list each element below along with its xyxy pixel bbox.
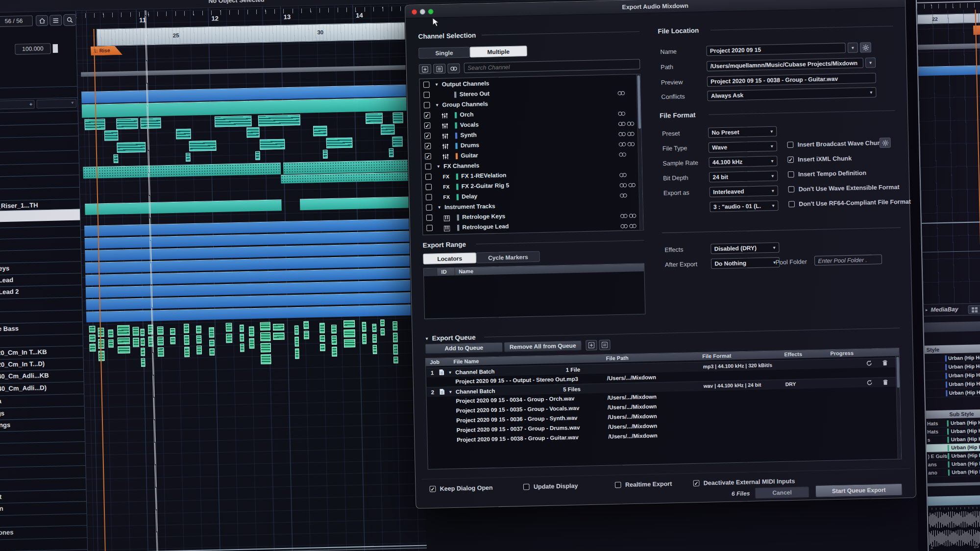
midi-part[interactable] xyxy=(389,148,394,157)
range-ruler[interactable]: 2530 xyxy=(97,22,416,47)
ff-dropdown-2[interactable]: 44.100 kHz▼ xyxy=(709,156,777,168)
channel-checkbox[interactable] xyxy=(426,204,432,211)
footer-checkbox-3[interactable]: ✓ xyxy=(693,480,700,486)
id-column-header[interactable]: ID xyxy=(441,268,446,275)
midi-part-small[interactable] xyxy=(273,324,284,331)
channel-checkbox[interactable]: ✓ xyxy=(425,153,431,160)
marker-flag[interactable]: 1: Rise xyxy=(91,46,122,55)
name-dropdown-icon[interactable]: ▼ xyxy=(848,43,858,53)
midi-part-small[interactable] xyxy=(331,325,337,334)
midi-part[interactable] xyxy=(392,136,402,146)
midi-part[interactable] xyxy=(260,139,285,150)
midi-part-small[interactable] xyxy=(89,335,96,342)
midi-part-small[interactable] xyxy=(362,334,367,344)
channel-checkbox[interactable] xyxy=(425,184,432,190)
midi-part-small[interactable] xyxy=(260,332,270,341)
scrollbar-thumb[interactable] xyxy=(896,357,900,388)
track-row-npact[interactable]: npact xyxy=(0,249,81,263)
midi-part-small[interactable] xyxy=(133,337,139,347)
mediabay-titlebar[interactable]: ▸ MediaBay xyxy=(924,302,980,316)
midi-part-small[interactable] xyxy=(184,324,189,333)
range-table[interactable]: ID Name xyxy=(423,263,646,319)
midi-part-small[interactable] xyxy=(249,327,254,336)
midi-part-small[interactable] xyxy=(141,338,145,346)
reload-icon[interactable] xyxy=(866,380,873,387)
track-row-ombones[interactable]: ombones xyxy=(0,525,88,539)
effects-dropdown[interactable]: Disabled (DRY)▼ xyxy=(710,242,779,254)
search-channel-input[interactable] xyxy=(464,59,640,73)
track-row-lins[interactable]: lins xyxy=(0,441,86,455)
ff-checkbox-1[interactable]: ✓ xyxy=(787,157,794,163)
channel-checkbox[interactable]: ✓ xyxy=(425,143,431,149)
track-row-als-120-cm-in-t-d-[interactable]: als_120_Cm_In T...D) xyxy=(0,358,84,371)
midi-part-small[interactable] xyxy=(196,326,201,334)
midi-part-small[interactable] xyxy=(320,335,325,342)
midi-part[interactable] xyxy=(323,150,328,159)
substyle-row[interactable]: Urban (Hip Hop / R&B) xyxy=(927,443,980,453)
midi-part-small[interactable] xyxy=(196,345,202,354)
midi-part-small[interactable] xyxy=(140,329,145,336)
grid-view-icon[interactable] xyxy=(968,305,980,314)
list-icon[interactable] xyxy=(49,15,62,25)
track-row-ct[interactable]: ct xyxy=(0,209,80,223)
channel-checkbox[interactable] xyxy=(423,92,430,98)
track-row-s[interactable]: s xyxy=(0,111,78,124)
track-row-ar[interactable]: ar xyxy=(0,537,88,551)
style-row[interactable]: Urban (Hip Hop / R&B) xyxy=(925,379,980,389)
ff-dropdown-4[interactable]: Interleaved▼ xyxy=(710,186,778,197)
track-row-als-120-cm-in-t-kb[interactable]: als_120_Cm_In T...KB xyxy=(0,346,84,359)
job-col[interactable]: Job xyxy=(430,359,440,365)
midi-part-small[interactable] xyxy=(392,321,397,331)
midi-part-small[interactable] xyxy=(381,328,385,335)
track-row-molo[interactable]: molo xyxy=(0,465,86,479)
tab-single[interactable]: Single xyxy=(418,47,470,59)
midi-part[interactable] xyxy=(140,118,161,129)
midi-part-small[interactable] xyxy=(209,327,214,337)
midi-part-small[interactable] xyxy=(240,325,244,332)
channel-checkbox[interactable]: ✓ xyxy=(424,112,430,119)
midi-part-small[interactable] xyxy=(304,331,309,339)
file-name-col[interactable]: File Name xyxy=(453,358,479,365)
midi-part[interactable] xyxy=(313,126,327,137)
track-row-ologue-bass[interactable]: ologue Bass xyxy=(0,321,83,335)
track-row-grand[interactable]: Grand xyxy=(0,297,82,311)
track-row-loge-keys[interactable]: loge Keys xyxy=(0,261,82,275)
path-field[interactable]: /Users/mquellamnn/Music/Cubase Projects/… xyxy=(707,58,863,72)
midi-clip[interactable] xyxy=(85,199,282,215)
midi-part-small[interactable] xyxy=(196,335,202,344)
midi-part-small[interactable] xyxy=(89,326,96,333)
after-export-dropdown[interactable]: Do Nothing▼ xyxy=(711,257,780,269)
midi-part-small[interactable] xyxy=(261,354,271,364)
midi-part-small[interactable] xyxy=(240,343,245,352)
midi-part-small[interactable] xyxy=(157,336,164,345)
track-row-als-140-cm-adli-kb[interactable]: als_140_Cm_Adli...KB xyxy=(0,369,84,383)
midi-part-small[interactable] xyxy=(294,337,299,347)
collapse-jobs-icon[interactable] xyxy=(599,340,610,350)
ff-checkbox-0[interactable] xyxy=(787,142,794,148)
midi-part-small[interactable] xyxy=(303,321,309,329)
tempo-handle[interactable] xyxy=(53,44,58,53)
ff-dropdown-5[interactable]: 3 : "audio - 01 (L.▼ xyxy=(710,200,778,212)
chain-dropdown[interactable]: ▼ xyxy=(36,99,76,109)
midi-part-small[interactable] xyxy=(319,323,325,333)
tab-cycle-markers[interactable]: Cycle Markers xyxy=(476,251,540,264)
midi-part[interactable] xyxy=(392,112,403,123)
ff-checkbox-3[interactable] xyxy=(788,186,795,192)
style-column-header[interactable]: Style xyxy=(924,344,980,354)
track-row-ano[interactable]: ano xyxy=(0,310,83,323)
chevron-down-icon[interactable]: ▼ xyxy=(435,103,439,108)
midi-part-small[interactable] xyxy=(320,344,325,351)
channel-checkbox[interactable]: ✓ xyxy=(424,133,431,139)
midi-part[interactable] xyxy=(117,142,146,153)
midi-part-small[interactable] xyxy=(380,319,385,326)
midi-part-small[interactable] xyxy=(226,334,232,343)
midi-part-small[interactable] xyxy=(240,334,244,342)
midi-part-small[interactable] xyxy=(249,338,254,349)
track-row-strings[interactable]: Strings xyxy=(0,406,85,420)
midi-part-small[interactable] xyxy=(141,348,145,356)
track-row-chain-1[interactable]: Chain 1+▼ xyxy=(0,97,78,111)
trash-icon[interactable] xyxy=(882,360,888,367)
ff-dropdown-1[interactable]: Wave▼ xyxy=(709,141,777,153)
bass-chain-field[interactable]: Chain 1+ xyxy=(0,100,35,110)
midi-part-small[interactable] xyxy=(372,334,377,343)
